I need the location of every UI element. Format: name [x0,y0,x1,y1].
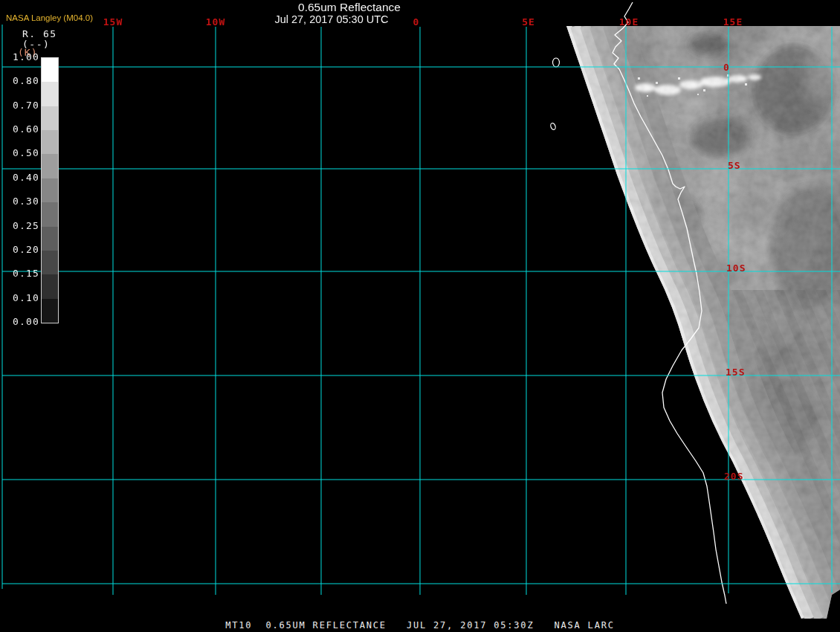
colorbar-variable: R. 65 [22,28,57,39]
colorbar-tick: 0.70 [5,100,39,111]
colorbar-tick: 0.50 [5,147,39,158]
colorbar-tick: 0.00 [5,316,39,327]
satellite-swath [550,26,840,619]
lon-label-15e: 15E [723,16,743,28]
lat-label-10s: 10S [726,262,746,274]
lat-label-5s: 5S [728,160,741,171]
colorbar-tick: 0.20 [5,244,39,255]
colorbar-segment [42,106,58,130]
colorbar-tick: 0.25 [5,220,39,231]
colorbar-tick: 0.15 [5,268,39,279]
lon-label-5e: 5E [522,16,535,28]
lon-label-0: 0 [413,16,420,28]
colorbar-segment [42,251,58,274]
timestamp: Jul 27, 2017 05:30 UTC [274,13,388,25]
colorbar-tick: 0.60 [5,123,39,135]
footer-annotation: MT10 0.65UM REFLECTANCE JUL 27, 2017 05:… [0,619,840,632]
map-canvas [0,0,840,632]
colorbar-segment [42,227,58,251]
island-outline [553,58,560,67]
satellite-image-viewer: NASA Langley (M04.0) 0.65um Reflectance … [0,0,840,632]
colorbar-segment [42,274,58,298]
colorbar-segment [42,130,58,154]
colorbar-tick: 0.10 [5,292,39,303]
colorbar-tick: 0.30 [5,196,39,207]
colorbar-segment [42,154,58,178]
colorbar-gradient [41,57,59,323]
lat-label-20s: 20S [724,471,743,482]
colorbar-segment [42,202,58,226]
lat-label-15s: 15S [726,367,745,378]
colorbar-segment [42,82,58,106]
lon-label-10e: 10E [619,16,639,28]
lon-label-10w: 10W [206,16,225,28]
colorbar-tick: 0.40 [5,172,39,183]
lat-label-0: 0 [723,62,730,73]
colorbar-segment [42,58,58,82]
island-outline-small [550,123,557,131]
colorbar-tick: 0.80 [5,75,39,86]
colorbar-segment [42,299,58,323]
colorbar-tick: 1.00 [5,51,39,62]
colorbar-segment [42,178,58,202]
agency-label: NASA Langley (M04.0) [6,13,93,22]
lon-label-15w: 15W [103,16,123,28]
page-title: 0.65um Reflectance [298,1,401,14]
